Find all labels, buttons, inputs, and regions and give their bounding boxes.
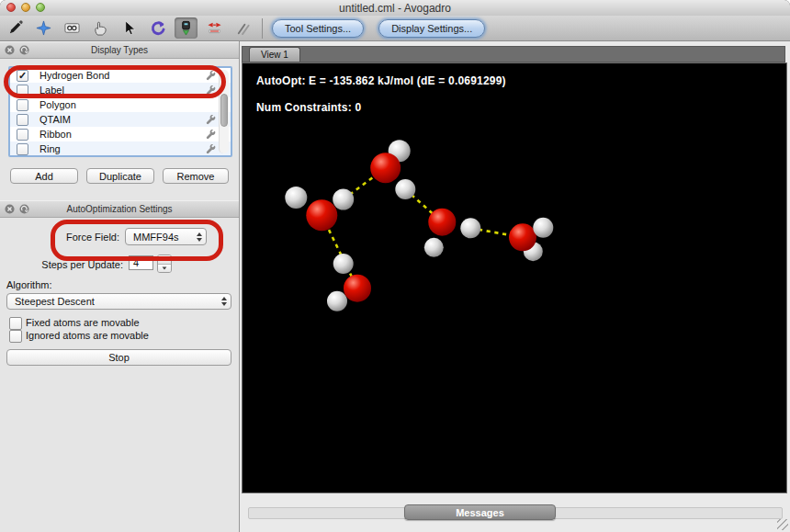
display-type-row[interactable]: QTAIM xyxy=(10,112,231,127)
select-icon xyxy=(121,20,137,36)
hydrogen-atom[interactable] xyxy=(395,179,415,199)
manipulate-icon xyxy=(93,20,108,36)
display-type-label: QTAIM xyxy=(40,114,71,125)
bond-centric-manipulate-tool-button[interactable] xyxy=(146,17,169,39)
remove-button[interactable]: Remove xyxy=(163,168,229,184)
navigate-icon xyxy=(36,20,51,36)
display-types-header: Display Types xyxy=(0,41,239,59)
select-tool-button[interactable] xyxy=(118,17,141,39)
resize-grip-icon[interactable] xyxy=(777,519,788,530)
main-area: View 1 AutoOpt: E = -135.862 kJ/mol (dE … xyxy=(240,41,790,532)
left-dock: Display Types ✓Hydrogen BondLabelPolygon… xyxy=(0,41,240,532)
oxygen-atom[interactable] xyxy=(509,223,536,251)
hydrogen-atom[interactable] xyxy=(333,189,354,210)
oxygen-atom[interactable] xyxy=(344,275,371,302)
autoopt-energy-readout: AutoOpt: E = -135.862 kJ/mol (dE = 0.069… xyxy=(256,74,506,87)
oxygen-atom[interactable] xyxy=(428,209,456,236)
autoopt-title: AutoOptimization Settings xyxy=(0,204,239,214)
measure-tool-button[interactable] xyxy=(61,17,84,39)
float-panel-icon[interactable] xyxy=(19,45,29,55)
combo-arrows-icon xyxy=(221,297,227,306)
window-title: untitled.cml - Avogadro xyxy=(0,2,790,15)
navigate-tool-button[interactable] xyxy=(32,17,55,39)
duplicate-button[interactable]: Duplicate xyxy=(86,168,154,184)
force-field-value: MMFF94s xyxy=(133,232,179,243)
display-type-checkbox[interactable] xyxy=(17,143,28,155)
draw-icon xyxy=(7,20,23,36)
display-type-checkbox[interactable] xyxy=(17,129,28,141)
avogadro-window: untitled.cml - Avogadro Tool Settings...… xyxy=(0,0,790,532)
num-constraints-readout: Num Constraints: 0 xyxy=(256,101,361,114)
display-types-title: Display Types xyxy=(0,45,239,55)
display-types-list: ✓Hydrogen BondLabelPolygonQTAIMRibbonRin… xyxy=(8,66,232,157)
hydrogen-atom[interactable] xyxy=(327,291,347,311)
oxygen-atom[interactable] xyxy=(370,153,401,183)
spinner-down-icon[interactable] xyxy=(158,265,171,273)
display-type-label: Ring xyxy=(40,143,61,154)
fixed-atoms-label: Fixed atoms are movable xyxy=(26,317,140,328)
tab-view-1[interactable]: View 1 xyxy=(249,47,300,62)
close-panel-icon[interactable] xyxy=(5,45,15,55)
autoopt-header: AutoOptimization Settings xyxy=(0,200,239,218)
steps-per-update-label: Steps per Update: xyxy=(0,259,123,270)
force-field-combobox[interactable]: MMFF94s xyxy=(125,228,207,245)
float-panel-icon[interactable] xyxy=(19,204,29,214)
close-panel-icon[interactable] xyxy=(5,204,15,214)
display-settings-button[interactable]: Display Settings... xyxy=(378,19,485,38)
auto-rotate-icon xyxy=(235,20,251,36)
algorithm-value: Steepest Descent xyxy=(15,296,95,307)
3d-viewport[interactable]: AutoOpt: E = -135.862 kJ/mol (dE = 0.069… xyxy=(242,62,787,493)
display-type-row[interactable]: ✓Hydrogen Bond xyxy=(10,68,231,83)
wrench-icon[interactable] xyxy=(206,144,216,154)
steps-spinner[interactable] xyxy=(157,255,172,273)
display-type-row[interactable]: Label xyxy=(10,83,231,97)
align-icon xyxy=(207,20,222,36)
wrench-icon[interactable] xyxy=(206,130,216,140)
list-scrollbar[interactable] xyxy=(219,70,229,153)
auto-rotate-tool-button[interactable] xyxy=(231,17,254,39)
display-type-checkbox[interactable] xyxy=(17,85,28,96)
display-type-row[interactable]: Ribbon xyxy=(10,127,231,141)
stop-button[interactable]: Stop xyxy=(6,349,231,366)
align-tool-button[interactable] xyxy=(203,17,226,39)
algorithm-label: Algorithm: xyxy=(6,279,52,290)
wrench-icon[interactable] xyxy=(206,85,216,96)
steps-per-update-field[interactable]: 4 xyxy=(129,255,153,270)
ignored-atoms-label: Ignored atoms are movable xyxy=(26,330,149,341)
hydrogen-atom[interactable] xyxy=(533,218,553,238)
fixed-atoms-checkbox[interactable] xyxy=(9,317,22,330)
hydrogen-atom[interactable] xyxy=(460,218,480,238)
hydrogen-atom[interactable] xyxy=(285,187,307,209)
spinner-up-icon[interactable] xyxy=(158,255,171,265)
tool-settings-button[interactable]: Tool Settings... xyxy=(272,19,364,38)
add-button[interactable]: Add xyxy=(10,168,78,184)
ignored-atoms-checkbox[interactable] xyxy=(9,330,22,343)
hydrogen-atom[interactable] xyxy=(333,254,354,274)
display-type-row[interactable]: Ring xyxy=(10,141,231,156)
measure-icon xyxy=(64,20,80,36)
auto-optimize-tool-button[interactable] xyxy=(175,17,198,39)
toolbar: Tool Settings... Display Settings... xyxy=(0,16,790,41)
display-type-checkbox[interactable] xyxy=(17,99,28,111)
manipulate-tool-button[interactable] xyxy=(89,17,112,39)
algorithm-combobox[interactable]: Steepest Descent xyxy=(6,293,231,310)
force-field-label: Force Field: xyxy=(0,232,119,243)
scrollbar-thumb[interactable] xyxy=(220,94,228,127)
combo-arrows-icon xyxy=(197,232,202,242)
auto-optimize-icon xyxy=(178,20,194,36)
display-type-checkbox[interactable] xyxy=(17,114,28,126)
display-type-label: Label xyxy=(40,85,64,96)
wrench-icon[interactable] xyxy=(206,71,216,81)
oxygen-atom[interactable] xyxy=(306,199,337,231)
bond-centric-manipulate-icon xyxy=(150,20,165,36)
toolbar-separator xyxy=(262,18,263,39)
display-type-row[interactable]: Polygon xyxy=(10,97,231,112)
hydrogen-atom[interactable] xyxy=(424,238,444,257)
display-type-label: Hydrogen Bond xyxy=(40,70,109,81)
display-type-checkbox[interactable]: ✓ xyxy=(17,70,28,82)
molecule-render[interactable] xyxy=(243,63,786,492)
draw-tool-button[interactable] xyxy=(4,17,27,39)
display-type-label: Ribbon xyxy=(40,129,72,140)
wrench-icon[interactable] xyxy=(206,115,216,125)
messages-button[interactable]: Messages xyxy=(404,504,556,520)
